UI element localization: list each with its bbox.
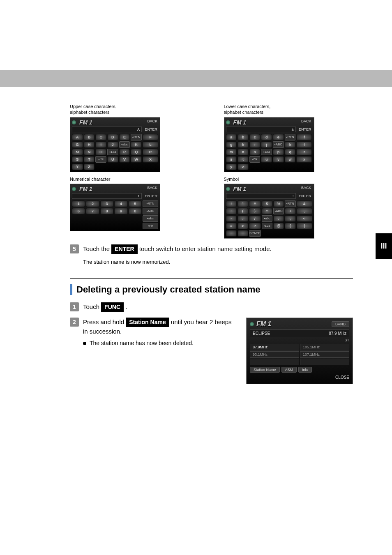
enter-label[interactable]: ENTER [145,194,157,198]
kb-key[interactable]: c [249,134,261,140]
kb-key[interactable] [238,230,248,237]
kb-key[interactable]: 5 [129,200,142,207]
kb-mode-key[interactable]: •RTN [285,200,295,207]
kb-key[interactable]: I [95,141,106,148]
preset-button[interactable] [300,359,349,365]
kb-key[interactable]: 9 [114,208,127,214]
kb-key[interactable]: 0 [129,208,142,214]
station-name-button[interactable]: Station Name [250,367,280,373]
back-label[interactable]: BACK [301,119,311,123]
kb-mode-key[interactable]: •ABC [273,208,284,214]
kb-key[interactable]: p [273,149,284,155]
kb-mode-key[interactable]: •!"# [249,156,261,163]
kb-key[interactable]: 8 [100,208,113,214]
kb-key[interactable]: v [273,156,284,163]
kb-key[interactable]: B [84,134,95,140]
back-label[interactable]: BACK [147,119,157,123]
asm-button[interactable]: ASM [281,367,297,373]
kb-key[interactable]: ; [285,215,295,222]
kb-key[interactable]: # [249,200,261,207]
kb-mode-key[interactable]: •abc [143,215,158,222]
kb-key[interactable]: > [238,223,248,229]
kb-mode-key[interactable]: •123 [261,149,272,155]
kb-key[interactable]: : [273,215,284,222]
kb-key[interactable]: S [72,156,83,163]
kb-key[interactable]: R [143,149,158,155]
kb-key[interactable]: @ [273,223,284,229]
kb-mode-key[interactable]: •RTN [131,134,142,140]
kb-key[interactable]: A [72,134,83,140]
kb-key[interactable]: / [249,215,261,222]
kb-key[interactable]: u [261,156,272,163]
kb-mode-key[interactable]: •ABC [143,208,158,214]
kb-key[interactable]: W [131,156,142,163]
kb-key[interactable]: ) [249,208,261,214]
kb-key[interactable]: " [238,200,248,207]
kb-key[interactable]: & [297,200,312,207]
preset-button[interactable]: 93.1MHz [250,351,299,358]
kb-key[interactable]: - [226,215,237,222]
kb-key[interactable]: 6 [72,208,85,214]
kb-key[interactable]: [ [285,223,295,229]
kb-key[interactable]: 7 [86,208,99,214]
kb-key[interactable]: V [119,156,130,163]
enter-label[interactable]: ENTER [299,194,311,198]
kb-key[interactable]: K [131,141,142,148]
kb-mode-key[interactable]: •RTN [143,200,158,207]
kb-key[interactable]: y [226,164,237,170]
enter-label[interactable]: ENTER [145,127,157,131]
kb-key[interactable] [226,230,237,237]
kb-key[interactable]: < [297,215,312,222]
back-label[interactable]: BACK [147,186,157,190]
preset-button[interactable]: 87.9MHz [250,344,299,350]
kb-key[interactable]: l [296,141,312,148]
kb-key[interactable]: b [238,134,249,140]
kb-key[interactable]: G [72,141,83,148]
kb-key[interactable]: d [261,134,272,140]
kb-key[interactable]: O [95,149,106,155]
kb-key[interactable]: F [143,134,158,140]
kb-key[interactable]: $ [262,200,272,207]
kb-mode-key[interactable]: •123 [107,149,118,155]
band-button[interactable]: BAND [332,321,349,327]
kb-mode-key[interactable]: •!"# [143,223,158,229]
kb-key[interactable]: x [296,156,312,163]
kb-key[interactable]: Z [84,164,95,170]
kb-key[interactable]: ( [238,208,248,214]
kb-mode-key[interactable]: •abc [119,141,130,148]
kb-key[interactable]: * [262,208,272,214]
kb-key[interactable]: E [119,134,130,140]
kb-key[interactable]: % [273,200,284,207]
kb-key[interactable]: Y [72,164,83,170]
kb-key[interactable]: r [296,149,312,155]
kb-key[interactable]: D [107,134,118,140]
kb-key[interactable]: i [249,141,261,148]
enter-label[interactable]: ENTER [299,127,311,131]
kb-key[interactable]: m [226,149,237,155]
kb-key[interactable]: t [238,156,249,163]
kb-key[interactable]: H [84,141,95,148]
kb-key[interactable]: o [249,149,261,155]
preset-button[interactable]: 105.1MHz [300,344,349,350]
kb-mode-key[interactable]: •123 [262,223,272,229]
kb-mode-key[interactable]: •!"# [95,156,106,163]
close-button[interactable]: CLOSE [250,375,349,380]
kb-key[interactable]: w [285,156,296,163]
kb-key[interactable]: 2 [86,200,99,207]
kb-key[interactable]: . [238,215,248,222]
kb-key[interactable]: 1 [72,200,85,207]
kb-key[interactable]: 3 [100,200,113,207]
kb-key[interactable]: s [226,156,237,163]
kb-key[interactable]: N [84,149,95,155]
kb-key[interactable]: q [285,149,296,155]
kb-key[interactable]: P [119,149,130,155]
kb-key[interactable]: = [226,223,237,229]
kb-key[interactable]: z [238,164,249,170]
kb-key[interactable]: U [107,156,118,163]
kb-key[interactable]: f [296,134,312,140]
kb-mode-key[interactable]: •ABC [273,141,284,148]
kb-key[interactable]: C [95,134,106,140]
info-button[interactable]: Info [298,367,312,373]
kb-key[interactable]: Q [131,149,142,155]
kb-mode-key[interactable]: •RTN [285,134,296,140]
